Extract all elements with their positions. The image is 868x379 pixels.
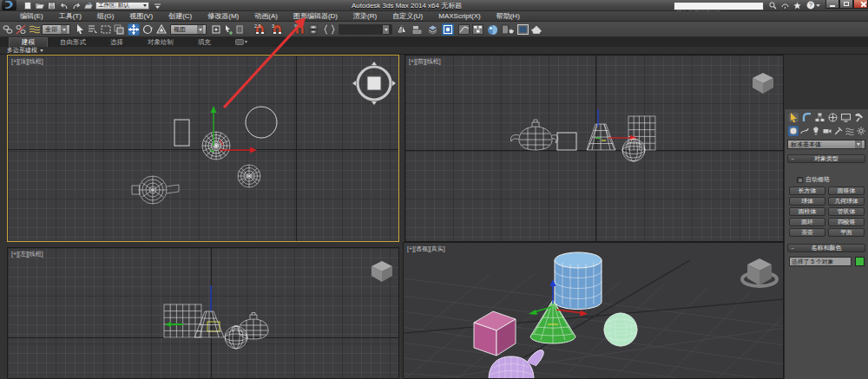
spinner-snap-icon[interactable] [307,23,319,36]
rectangular-selection-region-icon[interactable] [100,23,112,36]
helpers-category-icon[interactable] [833,126,844,136]
redo-icon[interactable] [71,2,81,10]
teapot-button[interactable]: 茶壶 [789,228,825,237]
viewcube[interactable] [742,258,777,286]
max-logo-button[interactable] [2,0,16,10]
cameras-category-icon[interactable] [822,126,832,136]
geometry-category-icon[interactable] [788,126,799,136]
select-and-scale-icon[interactable] [155,23,168,36]
plane-button[interactable]: 平面 [828,228,865,237]
edit-named-selection-sets-icon[interactable] [323,23,335,36]
align-icon[interactable] [411,23,424,36]
tab-object-paint[interactable]: 对象绘制 [135,37,186,47]
favorites-star-icon[interactable] [793,1,801,10]
sphere-object[interactable] [225,326,247,349]
manage-layers-icon[interactable] [426,23,438,36]
help-icon[interactable]: ? [806,1,815,10]
bind-to-spacewarp-icon[interactable] [28,23,40,36]
menu-modifiers[interactable]: 修改器(M) [200,11,247,21]
menu-create[interactable]: 创建(C) [161,11,200,21]
new-scene-icon[interactable] [23,2,32,10]
search-icon[interactable] [769,1,777,10]
object-color-swatch[interactable] [855,257,865,266]
render-setup-icon[interactable] [502,23,514,36]
communication-center-icon[interactable] [781,1,789,10]
teapot-object[interactable] [232,313,268,340]
sphere-object[interactable] [604,313,637,346]
window-crossing-icon[interactable] [113,23,125,36]
autogrid-checkbox[interactable] [797,177,803,183]
tube-button[interactable]: 管状体 [828,207,865,216]
display-tab[interactable] [840,112,852,123]
rendered-frame-window-icon[interactable] [516,23,529,36]
tab-selection[interactable]: 选择 [98,37,135,47]
selection-filter-select[interactable]: 全部 [42,24,70,35]
object-name-field[interactable]: 选择了 5 个对象 [789,257,852,266]
mirror-icon[interactable] [397,23,409,36]
material-editor-icon[interactable] [486,23,498,36]
workspace-select[interactable]: 工作区: 默认 [95,2,149,10]
torus-button[interactable]: 圆环 [789,218,825,226]
box-object[interactable] [174,120,189,146]
ribbon-minimize-button[interactable] [223,37,260,47]
motion-tab[interactable] [827,112,838,123]
tab-freeform[interactable]: 自由形式 [48,37,98,47]
minimize-button[interactable] [825,0,839,9]
viewport-perspective[interactable]: [+][透视][真实] [403,242,784,379]
sphere-button[interactable]: 球体 [789,197,825,206]
teapot-object[interactable] [132,176,179,204]
cone-button[interactable]: 圆锥体 [828,186,865,195]
menu-rendering[interactable]: 渲染(R) [345,11,385,21]
cylinder-button[interactable]: 圆柱体 [789,207,825,216]
cylinder-object[interactable] [555,252,602,310]
sphere-object[interactable] [238,165,260,187]
angle-snap-icon[interactable]: 3 [271,23,283,36]
viewport-front[interactable]: [+][前][线框] [404,55,784,242]
reference-coordinate-select[interactable]: 视图 [170,24,207,35]
unlink-icon[interactable] [15,23,27,36]
viewcube[interactable] [372,261,392,282]
create-tab[interactable] [788,112,799,123]
viewport-left[interactable]: [+][左][线框] [7,247,399,379]
menu-tools[interactable]: 工具(T) [51,11,89,21]
shapes-category-icon[interactable] [799,126,810,136]
select-and-move-icon[interactable] [128,23,140,36]
snap-toggle-icon[interactable]: 2.5 [253,23,266,36]
viewport-front-label[interactable]: [+][前][线框] [409,57,441,66]
viewcube[interactable] [352,62,396,105]
name-color-rollout[interactable]: − 名称和颜色 [787,244,865,252]
curve-editor-icon[interactable] [457,23,470,36]
viewcube[interactable] [753,73,773,94]
menu-group[interactable]: 组(G) [89,11,122,21]
teapot-object[interactable] [510,120,557,150]
schematic-view-icon[interactable] [471,23,483,36]
infocenter-search[interactable] [674,2,764,10]
cylinder-object[interactable] [246,107,277,138]
menu-customize[interactable]: 自定义(U) [385,11,431,21]
viewport-perspective-label[interactable]: [+][透视][真实] [407,245,445,253]
maximize-button[interactable] [839,0,853,9]
undo-icon[interactable] [59,2,69,10]
hierarchy-tab[interactable] [814,112,825,123]
cone-object[interactable] [587,124,615,150]
menu-animation[interactable]: 动画(A) [247,11,286,21]
menu-help[interactable]: 帮助(H) [489,11,528,21]
box-object[interactable] [557,133,576,150]
modify-tab[interactable] [801,112,812,123]
menu-edit[interactable]: 编辑(E) [12,11,51,21]
plane-object[interactable] [164,304,201,337]
open-file-icon[interactable] [35,2,44,10]
save-file-icon[interactable] [47,2,56,10]
select-and-rotate-icon[interactable] [141,23,154,36]
geosphere-button[interactable]: 几何球体 [828,197,865,206]
graphite-ribbon-toggle-icon[interactable] [442,23,454,36]
polygon-modeling-panel-button[interactable]: 多边形建模 [0,46,50,55]
autogrid-checkbox-row[interactable]: 自动栅格 [797,175,830,184]
select-and-manipulate-icon[interactable] [223,23,235,36]
project-folder-icon[interactable] [83,2,93,10]
qat-options-icon[interactable] [153,2,162,10]
box-button[interactable]: 长方体 [789,186,825,195]
menu-graph-editors[interactable]: 图形编辑器(D) [286,11,345,21]
pyramid-button[interactable]: 四棱锥 [828,218,865,226]
help-dropdown-icon[interactable] [816,1,821,10]
